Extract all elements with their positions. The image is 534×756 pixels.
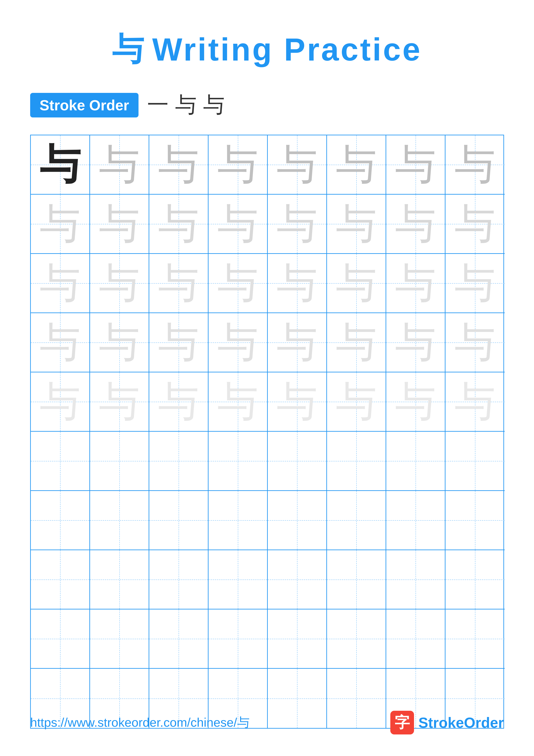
title-chinese-char: 与 (112, 28, 146, 71)
grid-cell[interactable]: 与 (268, 195, 327, 254)
grid-cell[interactable] (386, 550, 445, 609)
practice-char: 与 (336, 381, 377, 422)
grid-cell[interactable]: 与 (386, 254, 445, 313)
grid-cell[interactable]: 与 (90, 195, 149, 254)
practice-char: 与 (99, 144, 140, 185)
grid-cell[interactable]: 与 (31, 372, 90, 432)
grid-cell[interactable]: 与 (209, 195, 268, 254)
grid-cell[interactable]: 与 (445, 195, 505, 254)
grid-cell[interactable]: 与 (327, 313, 386, 372)
grid-cell[interactable] (445, 432, 505, 491)
grid-cell[interactable] (327, 432, 386, 491)
grid-cell[interactable]: 与 (149, 135, 209, 195)
grid-cell[interactable] (386, 432, 445, 491)
grid-cell[interactable]: 与 (149, 254, 209, 313)
grid-cell[interactable]: 与 (268, 313, 327, 372)
practice-char: 与 (99, 381, 140, 422)
grid-cell[interactable] (31, 432, 90, 491)
grid-cell[interactable] (209, 432, 268, 491)
practice-char: 与 (158, 144, 199, 185)
brand-name-stroke: Stroke (418, 715, 464, 731)
grid-cell[interactable] (31, 609, 90, 669)
grid-cell[interactable]: 与 (209, 313, 268, 372)
grid-row-6 (31, 432, 503, 491)
grid-cell[interactable]: 与 (445, 254, 505, 313)
grid-row-1: 与 与 与 与 与 与 与 与 (31, 135, 503, 195)
grid-row-7 (31, 491, 503, 550)
grid-cell[interactable]: 与 (149, 372, 209, 432)
grid-cell[interactable]: 与 (90, 254, 149, 313)
grid-cell[interactable]: 与 (149, 313, 209, 372)
grid-cell[interactable]: 与 (327, 254, 386, 313)
grid-cell[interactable] (149, 491, 209, 550)
practice-char: 与 (99, 263, 140, 304)
grid-cell[interactable]: 与 (386, 195, 445, 254)
grid-cell[interactable]: 与 (268, 372, 327, 432)
grid-cell[interactable] (31, 491, 90, 550)
practice-char: 与 (336, 144, 377, 185)
grid-cell[interactable]: 与 (149, 195, 209, 254)
grid-cell[interactable]: 与 (209, 372, 268, 432)
grid-cell[interactable]: 与 (327, 195, 386, 254)
grid-cell[interactable]: 与 (90, 135, 149, 195)
grid-cell[interactable]: 与 (90, 313, 149, 372)
brand-name-order: Order (464, 715, 504, 731)
practice-char: 与 (454, 263, 496, 304)
grid-cell[interactable]: 与 (445, 135, 505, 195)
grid-cell[interactable]: 与 (31, 195, 90, 254)
grid-cell[interactable] (149, 609, 209, 669)
grid-cell[interactable]: 与 (386, 135, 445, 195)
grid-cell[interactable]: 与 (268, 135, 327, 195)
stroke-sequence: 一 与 与 (147, 91, 225, 120)
practice-char: 与 (395, 322, 436, 363)
grid-cell[interactable]: 与 (386, 372, 445, 432)
grid-cell[interactable] (90, 609, 149, 669)
grid-cell[interactable]: 与 (268, 254, 327, 313)
grid-cell[interactable]: 与 (209, 135, 268, 195)
grid-cell[interactable] (149, 432, 209, 491)
practice-char: 与 (454, 322, 496, 363)
grid-cell[interactable] (149, 550, 209, 609)
practice-char: 与 (39, 381, 81, 422)
practice-char: 与 (217, 322, 258, 363)
grid-cell[interactable] (90, 491, 149, 550)
grid-cell[interactable] (90, 550, 149, 609)
grid-cell[interactable]: 与 (209, 254, 268, 313)
grid-cell[interactable]: 与 (445, 313, 505, 372)
footer-brand: 字 StrokeOrder (390, 711, 504, 735)
grid-cell[interactable] (209, 550, 268, 609)
grid-cell[interactable] (327, 609, 386, 669)
grid-cell[interactable]: 与 (31, 135, 90, 195)
practice-char: 与 (217, 381, 258, 422)
grid-cell[interactable] (268, 491, 327, 550)
grid-cell[interactable]: 与 (90, 372, 149, 432)
grid-cell[interactable] (209, 609, 268, 669)
grid-cell[interactable]: 与 (327, 372, 386, 432)
grid-cell[interactable] (268, 609, 327, 669)
grid-cell[interactable] (445, 550, 505, 609)
grid-cell[interactable] (327, 550, 386, 609)
grid-cell[interactable] (327, 491, 386, 550)
practice-char: 与 (99, 322, 140, 363)
grid-cell[interactable]: 与 (386, 313, 445, 372)
grid-cell[interactable] (445, 609, 505, 669)
grid-cell[interactable]: 与 (327, 135, 386, 195)
grid-cell[interactable] (90, 432, 149, 491)
grid-cell[interactable]: 与 (31, 254, 90, 313)
grid-cell[interactable] (31, 550, 90, 609)
grid-row-4: 与 与 与 与 与 与 与 与 (31, 313, 503, 372)
grid-cell[interactable] (386, 491, 445, 550)
stroke-seq-1: 一 (147, 91, 169, 120)
practice-char: 与 (277, 263, 318, 304)
grid-cell[interactable]: 与 (445, 372, 505, 432)
practice-char: 与 (217, 203, 258, 244)
practice-char: 与 (277, 144, 318, 185)
grid-cell[interactable] (386, 609, 445, 669)
grid-cell[interactable] (445, 491, 505, 550)
grid-cell[interactable]: 与 (31, 313, 90, 372)
practice-char: 与 (39, 203, 81, 244)
grid-cell[interactable] (268, 550, 327, 609)
practice-char: 与 (158, 203, 199, 244)
grid-cell[interactable] (268, 432, 327, 491)
grid-cell[interactable] (209, 491, 268, 550)
